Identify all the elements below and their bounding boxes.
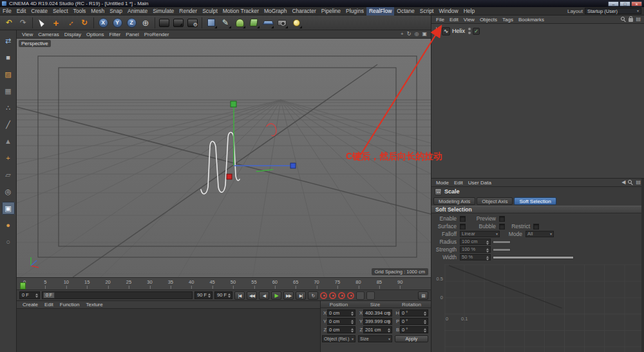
material-menu-item[interactable]: Create	[19, 301, 41, 309]
close-button[interactable]: ×	[631, 1, 642, 6]
am-menu-item[interactable]: Edit	[451, 179, 466, 187]
menu-item[interactable]: Tools	[71, 7, 89, 15]
make-editable-button[interactable]: ⇄	[2, 34, 15, 47]
loop-mode-button[interactable]: ↻	[308, 291, 318, 300]
position-x-field[interactable]: 0 cm	[327, 309, 355, 317]
polygons-mode-button[interactable]: ▲	[2, 135, 15, 148]
size-mode-select[interactable]: Size▾	[358, 335, 392, 342]
spinner-icon[interactable]	[486, 248, 489, 253]
keyframe-selection-button[interactable]	[356, 291, 365, 300]
workplane-mode-button[interactable]: ▦	[2, 84, 15, 97]
mode-select[interactable]: All▾	[526, 231, 554, 237]
menu-item[interactable]: Select	[50, 7, 71, 15]
am-menu-item[interactable]: User Data	[466, 179, 494, 187]
timeline-tick[interactable]: 15	[84, 279, 90, 285]
spinner-icon[interactable]	[388, 311, 391, 317]
material-menu-item[interactable]: Texture	[83, 301, 106, 309]
timeline-tick[interactable]: 65	[293, 279, 298, 285]
spinner-icon[interactable]	[208, 293, 211, 298]
om-menu-item[interactable]: File	[433, 15, 447, 24]
spinner-icon[interactable]	[351, 319, 354, 325]
timeline-tick[interactable]: 60	[272, 279, 278, 285]
goto-start-button[interactable]: |◀	[234, 291, 245, 300]
restrict-checkbox[interactable]	[533, 224, 539, 230]
menu-item[interactable]: Render	[176, 7, 200, 15]
move-tool[interactable]: +	[50, 16, 62, 29]
object-manager[interactable]: ∿ Helix ✓	[431, 24, 644, 179]
apply-button[interactable]: Apply	[395, 335, 428, 342]
viewport-menu-item[interactable]: Cameras	[35, 30, 61, 39]
timeline-ruler[interactable]: 051015202530354045505560657075808590	[17, 277, 431, 290]
om-menu-item[interactable]: Objects	[477, 15, 500, 24]
goto-end-button[interactable]: ▶|	[296, 291, 306, 300]
play-button[interactable]: ▶	[271, 291, 281, 300]
surface-checkbox[interactable]	[460, 224, 466, 230]
viewport-menu-item[interactable]: Filter	[106, 30, 123, 39]
am-menu-item[interactable]: Mode	[433, 179, 451, 187]
camera-label[interactable]: Perspective	[19, 40, 51, 47]
rotation-b-field[interactable]: 0 °	[400, 326, 428, 333]
tab-modeling-axis[interactable]: Modeling Axis	[433, 197, 475, 205]
position-z-field[interactable]: 0 cm	[327, 326, 355, 333]
menu-item[interactable]: Create	[28, 7, 50, 15]
record-keyframe-button[interactable]	[320, 292, 327, 299]
viewport-menu-item[interactable]: Options	[84, 30, 107, 39]
viewport-maximize-icon[interactable]: ▣	[422, 31, 427, 37]
spinner-icon[interactable]	[424, 311, 427, 317]
scrollbar[interactable]	[641, 179, 644, 352]
menu-item[interactable]: MoGraph	[261, 7, 289, 15]
keyframe-filter-button[interactable]	[366, 291, 375, 300]
timeline-tick[interactable]: 25	[126, 279, 131, 285]
menu-item[interactable]: Motion Tracker	[220, 7, 261, 15]
spinner-icon[interactable]	[388, 328, 391, 333]
object-row-helix[interactable]: ∿ Helix ✓	[436, 26, 644, 35]
position-y-field[interactable]: 0 cm	[327, 318, 355, 325]
panel-menu-icon[interactable]: ▤	[636, 179, 641, 186]
timeline-tick[interactable]: 70	[314, 279, 319, 285]
timeline-tick[interactable]: 35	[168, 279, 173, 285]
material-menu-item[interactable]: Edit	[41, 301, 57, 309]
section-title[interactable]: Soft Selection	[431, 206, 644, 213]
redo-button[interactable]: ↷	[17, 16, 30, 29]
bubble-checkbox[interactable]	[499, 224, 505, 230]
timeline-tick[interactable]: 5	[44, 279, 46, 285]
viewport-zoom-icon[interactable]: ◎	[414, 31, 419, 37]
menu-item[interactable]: Sculpt	[200, 7, 220, 15]
edges-mode-button[interactable]: ╱	[2, 118, 15, 131]
environment-floor-button[interactable]	[261, 16, 274, 29]
om-menu-item[interactable]: Edit	[447, 15, 461, 24]
spinner-icon[interactable]	[35, 293, 39, 298]
spline-pen-button[interactable]: ✎	[219, 16, 232, 29]
deformer-button[interactable]	[247, 16, 260, 29]
frame-range-slider[interactable]: 0 F	[42, 291, 193, 299]
viewport-menu-item[interactable]: View	[19, 30, 35, 39]
previous-frame-button[interactable]: ◀	[259, 291, 269, 300]
size-x-field[interactable]: 400.394 cm	[363, 309, 392, 317]
timeline-tick[interactable]: 80	[355, 279, 361, 285]
viewport-menu-item[interactable]: ProRender	[142, 30, 172, 39]
spinner-icon[interactable]	[424, 328, 427, 333]
object-name[interactable]: Helix	[452, 28, 465, 34]
undo-button[interactable]: ↶	[3, 16, 15, 29]
tab-soft-selection[interactable]: Soft Selection	[514, 197, 556, 205]
previous-key-button[interactable]: ◀◀	[247, 291, 257, 300]
tab-object-axis[interactable]: Object Axis	[477, 197, 513, 205]
spinner-icon[interactable]	[351, 311, 354, 317]
strength-field[interactable]: 100 %	[460, 246, 491, 253]
viewport-orbit-icon[interactable]: ↻	[407, 31, 412, 37]
range-end-field[interactable]: 90 F	[194, 291, 213, 299]
viewport-pan-icon[interactable]: +	[401, 31, 404, 37]
autokey-position-button[interactable]	[329, 292, 336, 299]
radius-slider[interactable]	[493, 240, 511, 244]
menu-item[interactable]: File	[0, 7, 14, 15]
menu-item[interactable]: Octane	[394, 7, 417, 15]
falloff-select[interactable]: Linear▾	[460, 231, 500, 237]
timeline-tick[interactable]: 20	[105, 279, 110, 285]
range-slider-handle[interactable]: 0 F	[43, 292, 55, 298]
menu-item[interactable]: Snap	[107, 7, 125, 15]
points-mode-button[interactable]: ∴	[2, 101, 15, 114]
helix-object-icon[interactable]: ∿	[442, 27, 450, 35]
timeline-layout-button[interactable]: ▤	[418, 291, 428, 300]
camera-button[interactable]	[276, 16, 289, 29]
layout-select[interactable]: Startup (User) ▾	[585, 8, 641, 14]
